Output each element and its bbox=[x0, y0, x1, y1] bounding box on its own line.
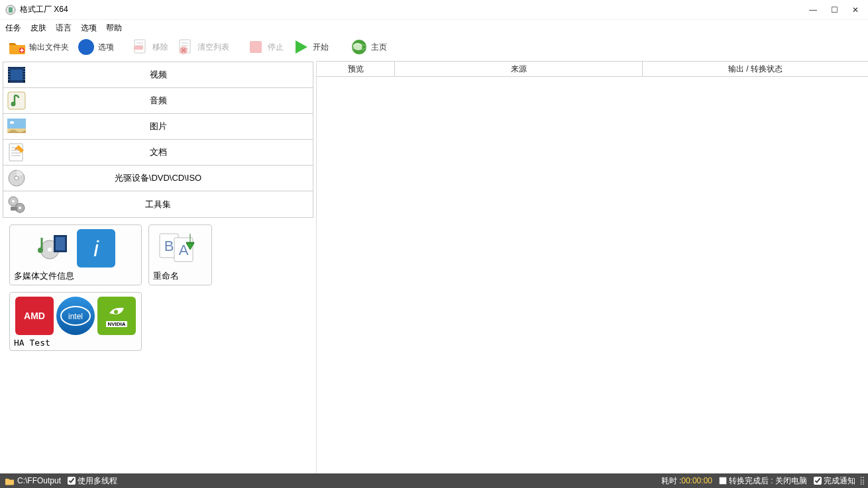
remove-label: 移除 bbox=[152, 42, 168, 53]
home-label: 主页 bbox=[371, 42, 387, 53]
svg-point-47 bbox=[19, 207, 21, 209]
category-audio[interactable]: 音频 bbox=[3, 88, 313, 114]
svg-point-36 bbox=[10, 121, 14, 124]
svg-rect-32 bbox=[8, 92, 25, 109]
tool-label: 多媒体文件信息 bbox=[14, 270, 137, 282]
category-label: 视频 bbox=[30, 69, 313, 81]
category-label: 光驱设备\DVD\CD\ISO bbox=[30, 172, 313, 184]
output-folder-label: 输出文件夹 bbox=[29, 42, 69, 53]
category-label: 文档 bbox=[30, 146, 313, 158]
svg-rect-26 bbox=[9, 79, 10, 80]
remove-button[interactable]: 移除 bbox=[129, 36, 171, 58]
shutdown-checkbox[interactable]: 转换完成后 : 关闭电脑 bbox=[719, 475, 807, 487]
document-icon bbox=[6, 142, 27, 163]
task-table-body[interactable] bbox=[317, 77, 868, 473]
tool-label: HA Test bbox=[14, 338, 137, 348]
folder-icon bbox=[8, 38, 27, 56]
svg-rect-19 bbox=[11, 70, 23, 80]
tool-media-info[interactable]: i 多媒体文件信息 bbox=[9, 224, 142, 285]
svg-rect-9 bbox=[134, 46, 143, 50]
svg-rect-29 bbox=[24, 73, 25, 75]
svg-point-4 bbox=[83, 44, 89, 50]
svg-text:i: i bbox=[93, 236, 99, 261]
tool-rename[interactable]: B A 重命名 bbox=[148, 224, 212, 285]
svg-point-33 bbox=[11, 102, 16, 107]
svg-rect-52 bbox=[56, 237, 65, 250]
svg-rect-22 bbox=[9, 68, 10, 70]
audio-icon bbox=[6, 90, 27, 111]
home-button[interactable]: 主页 bbox=[347, 36, 390, 58]
output-path[interactable]: C:\FFOutput bbox=[17, 476, 61, 485]
title-bar: 格式工厂 X64 — ☐ ✕ bbox=[0, 0, 868, 20]
col-preview[interactable]: 预览 bbox=[317, 61, 395, 76]
svg-point-53 bbox=[38, 248, 43, 253]
menu-task[interactable]: 任务 bbox=[5, 23, 21, 34]
left-panel: 视频 音频 图片 文档 bbox=[0, 61, 317, 473]
status-bar: C:\FFOutput 使用多线程 耗时 : 00:00:00 转换完成后 : … bbox=[0, 473, 868, 488]
clear-list-label: 清空列表 bbox=[197, 42, 229, 53]
remove-icon bbox=[131, 38, 150, 56]
tool-ha-test[interactable]: AMD intel NVIDIA HA Test bbox=[9, 292, 142, 351]
col-output[interactable]: 输出 / 转换状态 bbox=[643, 61, 868, 76]
multithread-label: 使用多线程 bbox=[78, 475, 117, 487]
col-source[interactable]: 来源 bbox=[395, 61, 643, 76]
maximize-button[interactable]: ☐ bbox=[830, 5, 839, 15]
menu-options[interactable]: 选项 bbox=[81, 23, 97, 34]
clear-list-icon bbox=[176, 38, 195, 56]
start-button[interactable]: 开始 bbox=[289, 36, 331, 58]
notify-input[interactable] bbox=[814, 477, 822, 485]
play-icon bbox=[292, 38, 310, 56]
category-toolkit[interactable]: 工具集 bbox=[3, 191, 313, 217]
globe-icon bbox=[350, 38, 368, 56]
svg-rect-15 bbox=[250, 41, 262, 53]
picture-icon bbox=[6, 116, 27, 137]
stop-button[interactable]: 停止 bbox=[244, 36, 286, 58]
minimize-button[interactable]: — bbox=[808, 5, 818, 15]
video-icon bbox=[6, 64, 27, 85]
multithread-input[interactable] bbox=[68, 477, 76, 485]
category-document[interactable]: 文档 bbox=[3, 140, 313, 166]
media-thumb-icon bbox=[36, 229, 74, 268]
shutdown-input[interactable] bbox=[719, 477, 727, 485]
category-dvd[interactable]: 光驱设备\DVD\CD\ISO bbox=[3, 166, 313, 191]
notify-checkbox[interactable]: 完成通知 bbox=[814, 475, 855, 487]
elapsed-value: 00:00:00 bbox=[681, 476, 712, 485]
toolkit-icon bbox=[6, 194, 27, 215]
output-folder-status-icon[interactable] bbox=[4, 475, 15, 486]
notify-label: 完成通知 bbox=[824, 475, 855, 487]
multithread-checkbox[interactable]: 使用多线程 bbox=[68, 475, 117, 487]
clear-list-button[interactable]: 清空列表 bbox=[174, 36, 232, 58]
category-list: 视频 音频 图片 文档 bbox=[3, 62, 313, 218]
nvidia-icon: NVIDIA bbox=[97, 297, 136, 335]
info-icon: i bbox=[77, 229, 115, 268]
category-label: 工具集 bbox=[30, 199, 313, 211]
stop-label: 停止 bbox=[268, 42, 284, 53]
svg-rect-48 bbox=[11, 207, 17, 211]
category-picture[interactable]: 图片 bbox=[3, 114, 313, 140]
start-label: 开始 bbox=[313, 42, 329, 53]
intel-icon: intel bbox=[56, 297, 95, 335]
svg-text:B: B bbox=[164, 238, 174, 254]
stop-icon bbox=[246, 38, 265, 56]
options-button[interactable]: 选项 bbox=[74, 36, 117, 58]
menu-language[interactable]: 语言 bbox=[56, 23, 72, 34]
close-button[interactable]: ✕ bbox=[851, 5, 860, 15]
menu-bar: 任务 皮肤 语言 选项 帮助 bbox=[0, 20, 868, 36]
svg-point-43 bbox=[15, 176, 19, 180]
resize-grip[interactable]: ⣿ bbox=[859, 476, 864, 485]
svg-rect-1 bbox=[9, 7, 13, 13]
category-video[interactable]: 视频 bbox=[3, 62, 313, 88]
tool-grid: i 多媒体文件信息 B A bbox=[0, 218, 316, 358]
shutdown-label: 转换完成后 : 关闭电脑 bbox=[729, 475, 807, 487]
options-icon bbox=[77, 38, 95, 56]
task-table-header: 预览 来源 输出 / 转换状态 bbox=[317, 61, 868, 77]
svg-rect-30 bbox=[24, 76, 25, 77]
svg-rect-28 bbox=[24, 71, 25, 72]
svg-text:intel: intel bbox=[68, 312, 83, 321]
menu-skin[interactable]: 皮肤 bbox=[30, 23, 46, 34]
output-folder-button[interactable]: 输出文件夹 bbox=[5, 36, 72, 58]
svg-rect-24 bbox=[9, 73, 10, 75]
menu-help[interactable]: 帮助 bbox=[106, 23, 122, 34]
category-label: 音频 bbox=[30, 95, 313, 107]
tool-label: 重命名 bbox=[153, 270, 207, 282]
